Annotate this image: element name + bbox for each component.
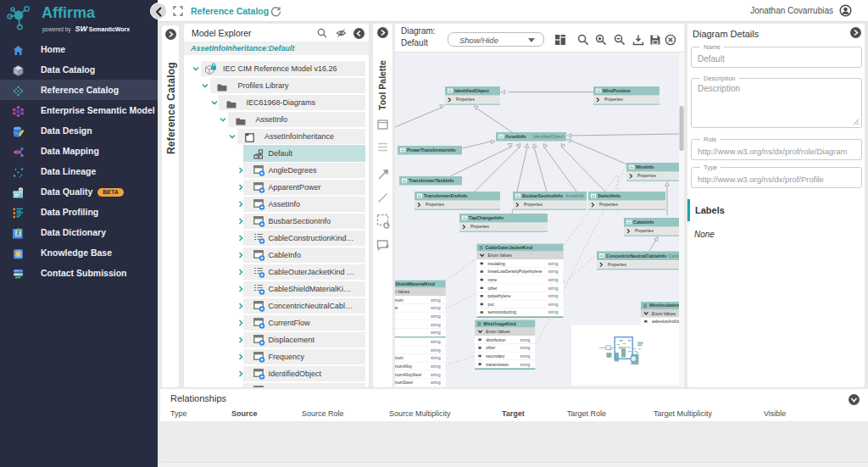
svg-text:string: string [520,346,531,350]
svg-text:none: none [488,278,498,282]
svg-text:string: string [431,331,441,335]
svg-text:string: string [548,310,559,314]
svg-text:ConcentricNeutralCableInfo: ConcentricNeutralCableInfo [606,253,667,259]
svg-text:aluminum: aluminum [395,298,403,303]
svg-text:string: string [548,262,559,266]
svg-text:Properties: Properties [426,203,444,207]
svg-text:WirePosition: WirePosition [603,88,631,93]
svg-text:PowerTransformerInfo: PowerTransformerInfo [407,147,456,153]
svg-text:string: string [520,363,531,367]
svg-text:TapChangerInfo: TapChangerInfo [469,215,504,220]
svg-text:asbestosAndVar: asbestosAndVar [652,320,682,324]
svg-text:string: string [431,373,441,377]
svg-text:Properties: Properties [524,203,542,207]
svg-text:TransformerTankInfo: TransformerTankInfo [409,178,454,183]
svg-text:string: string [431,306,441,310]
svg-text:SwitchInfo: SwitchInfo [598,193,621,198]
svg-text:AssetInfo: AssetInfo [505,134,526,139]
svg-text:string: string [548,278,559,282]
svg-text:other: other [488,286,498,291]
svg-text:polyethylene: polyethylene [488,294,511,298]
svg-text:WireUsageKind: WireUsageKind [483,321,515,326]
svg-text:string: string [431,314,441,319]
svg-text:WireInfo: WireInfo [636,164,654,170]
svg-text:aluminumAlloy: aluminumAlloy [395,364,413,369]
svg-text:other: other [486,346,495,350]
svg-text:TransformerEndInfo: TransformerEndInfo [424,193,468,198]
svg-text:IdentifiedObject: IdentifiedObject [454,88,489,93]
svg-text:string: string [548,286,559,291]
svg-text:string: string [548,303,559,307]
svg-text:string: string [520,354,531,359]
svg-text:transmission: transmission [486,363,509,367]
svg-text:string: string [431,298,441,303]
svg-text:AssetInfo: AssetInfo [565,193,584,198]
svg-text:Enum Values: Enum Values [395,290,410,294]
svg-text:string: string [431,348,441,353]
svg-text:string: string [431,381,441,385]
svg-text:pvc: pvc [488,303,495,307]
svg-text:CableShieldMaterialKind: CableShieldMaterialKind [395,281,435,286]
svg-text:string: string [548,294,559,298]
svg-text:secondary: secondary [486,354,505,359]
svg-text:string: string [548,270,559,274]
svg-text:Properties: Properties [456,97,475,102]
svg-text:CableInfo: CableInfo [633,220,654,225]
svg-text:Properties: Properties [470,225,489,229]
svg-text:semiconducting: semiconducting [488,310,517,314]
svg-text:Enum Values: Enum Values [488,253,513,258]
svg-text:CableOuterJacketKind: CableOuterJacketKind [486,245,533,250]
svg-text:aluminumAlloySteel: aluminumAlloySteel [395,373,421,377]
svg-text:Properties: Properties [599,203,618,207]
svg-text:string: string [520,338,531,342]
svg-text:aluminum: aluminum [395,356,403,360]
svg-text:Properties: Properties [637,174,656,178]
svg-text:Properties: Properties [635,229,654,233]
svg-text:IdentifiedObject: IdentifiedObject [533,134,565,139]
svg-text:Properties: Properties [608,263,626,267]
svg-text:Enum Values: Enum Values [486,330,510,334]
svg-text:string: string [431,340,441,344]
svg-text:insulating: insulating [488,262,506,266]
svg-text:Properties: Properties [604,97,623,102]
svg-text:distribution: distribution [486,338,506,342]
svg-text:A: A [17,231,20,236]
svg-text:linearLowDensityPolyethylene: linearLowDensityPolyethylene [488,270,542,274]
svg-text:copper: copper [395,306,398,310]
svg-text:string: string [431,364,441,369]
svg-text:BusbarSectionInfo: BusbarSectionInfo [522,193,564,198]
svg-text:WireInsulationKind: WireInsulationKind [649,303,684,308]
svg-text:string: string [431,323,441,327]
svg-text:aluminumSteel: aluminumSteel [395,381,413,385]
svg-text:Enum Values: Enum Values [652,312,676,316]
svg-text:string: string [431,356,441,360]
